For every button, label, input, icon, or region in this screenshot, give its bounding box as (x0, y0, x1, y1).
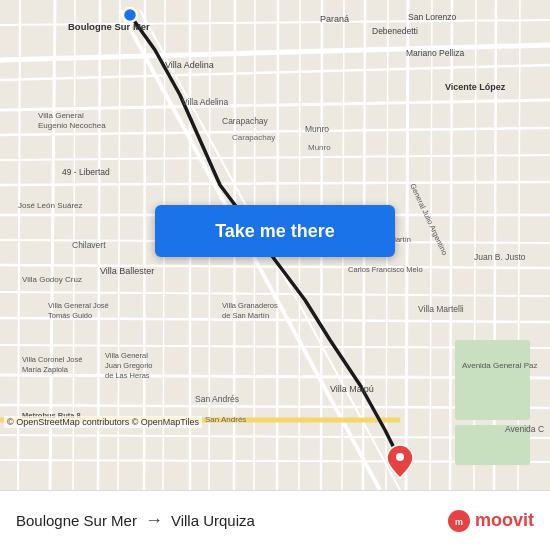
svg-text:Boulogne Sur Mer: Boulogne Sur Mer (68, 21, 150, 32)
svg-text:Carapachay: Carapachay (232, 133, 275, 142)
svg-text:Munro: Munro (305, 124, 329, 134)
svg-text:Villa General: Villa General (38, 111, 84, 120)
svg-text:Avenida C: Avenida C (505, 424, 544, 434)
svg-text:Chilavert: Chilavert (72, 240, 106, 250)
svg-text:Vicente López: Vicente López (445, 82, 506, 92)
svg-text:María Zapiola: María Zapiola (22, 365, 69, 374)
svg-text:Villa Godoy Cruz: Villa Godoy Cruz (22, 275, 82, 284)
svg-rect-45 (455, 340, 530, 420)
svg-text:San Lorenzo: San Lorenzo (408, 12, 456, 22)
footer-origin: Boulogne Sur Mer (16, 512, 137, 529)
map-container: Boulogne Sur Mer Paraná San Lorenzo Debe… (0, 0, 550, 490)
svg-text:Tomás Guido: Tomás Guido (48, 311, 92, 320)
svg-point-47 (123, 8, 137, 22)
svg-text:Paraná: Paraná (320, 14, 349, 24)
svg-text:Carapachay: Carapachay (222, 116, 269, 126)
svg-text:San Andrés: San Andrés (205, 415, 246, 424)
svg-text:Eugenio Necochea: Eugenio Necochea (38, 121, 106, 130)
svg-text:49 - Libertad: 49 - Libertad (62, 167, 110, 177)
svg-text:Debenedetti: Debenedetti (372, 26, 418, 36)
moovit-icon: m (447, 509, 471, 533)
svg-text:Villa Adelina: Villa Adelina (182, 97, 228, 107)
svg-text:San Andrés: San Andrés (195, 394, 239, 404)
svg-text:Villa General: Villa General (105, 351, 148, 360)
take-me-there-button[interactable]: Take me there (155, 205, 395, 257)
svg-text:Carlos Francisco Melo: Carlos Francisco Melo (348, 265, 423, 274)
svg-text:de Las Heras: de Las Heras (105, 371, 150, 380)
svg-text:Villa Ballester: Villa Ballester (100, 266, 154, 276)
svg-text:Juan B. Justo: Juan B. Justo (474, 252, 526, 262)
svg-text:Villa Martelli: Villa Martelli (418, 304, 464, 314)
footer-arrow-icon: → (145, 510, 163, 531)
moovit-text: moovit (475, 510, 534, 531)
svg-text:Munro: Munro (308, 143, 331, 152)
footer: Boulogne Sur Mer → Villa Urquiza m moovi… (0, 490, 550, 550)
svg-text:Villa Adelina: Villa Adelina (165, 60, 214, 70)
svg-text:Villa Maipú: Villa Maipú (330, 384, 374, 394)
svg-text:Mariano Pelliza: Mariano Pelliza (406, 48, 464, 58)
map-attribution: © OpenStreetMap contributors © OpenMapTi… (4, 416, 202, 428)
svg-text:Villa General José: Villa General José (48, 301, 109, 310)
moovit-logo: m moovit (447, 509, 534, 533)
svg-text:Avenida General Paz: Avenida General Paz (462, 361, 537, 370)
footer-route: Boulogne Sur Mer → Villa Urquiza (16, 510, 255, 531)
svg-text:Villa Coronel José: Villa Coronel José (22, 355, 82, 364)
footer-destination: Villa Urquiza (171, 512, 255, 529)
svg-text:Juan Gregorio: Juan Gregorio (105, 361, 153, 370)
svg-point-49 (396, 453, 404, 461)
svg-text:Villa Granaderos: Villa Granaderos (222, 301, 278, 310)
svg-text:de San Martín: de San Martín (222, 311, 269, 320)
svg-text:José León Suárez: José León Suárez (18, 201, 83, 210)
svg-line-26 (406, 0, 408, 490)
svg-text:m: m (455, 517, 463, 527)
